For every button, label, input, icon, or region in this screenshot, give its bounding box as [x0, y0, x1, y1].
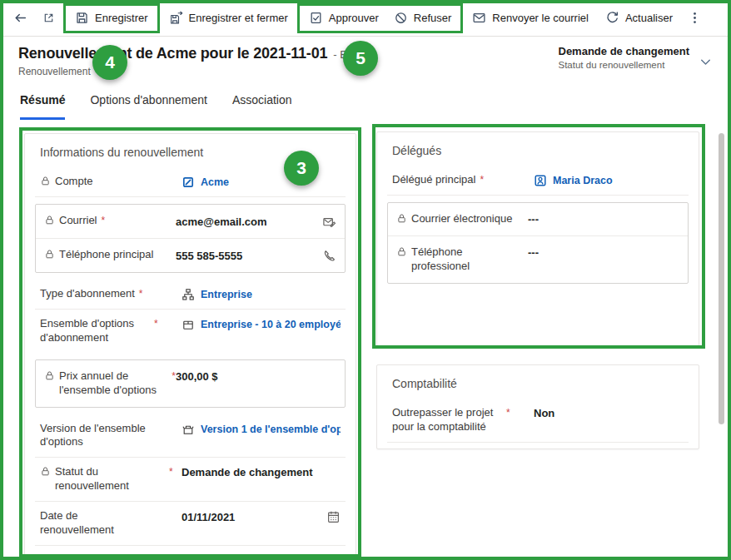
price-field-group: Prix annuel de l'ensemble d'options * 30…: [35, 359, 346, 408]
resend-email-button[interactable]: Renvoyer le courriel: [465, 4, 596, 32]
lock-icon: [396, 246, 407, 257]
field-row-compte: Compte Acme: [35, 167, 346, 197]
renewal-info-section: Informations du renouvellement Compte Ac…: [24, 133, 356, 560]
required-marker: *: [480, 173, 484, 187]
field-value[interactable]: Maria Draco: [534, 173, 684, 187]
field-label: Délégué principal *: [392, 173, 534, 187]
delegate-contact-group: Courrier électronique --- Téléphone prof…: [387, 202, 689, 284]
save-button[interactable]: Enregistrer: [67, 4, 156, 32]
delegate-link[interactable]: Maria Draco: [553, 175, 613, 186]
field-label: Date de renouvellement: [40, 509, 182, 538]
lock-icon: [40, 466, 51, 477]
field-label: Date de rappel: [40, 553, 182, 560]
header-status-field[interactable]: Demande de changement Statut du renouvel…: [559, 45, 690, 70]
lock-icon: [396, 213, 407, 224]
field-label: Ensemble d'options d'abonnement *: [40, 317, 182, 345]
field-row-ensemble-options: Ensemble d'options d'abonnement * Entrep…: [35, 310, 346, 353]
field-value[interactable]: Non: [534, 406, 684, 419]
more-commands-button[interactable]: [682, 5, 709, 32]
section-title-accounting: Comptabilité: [387, 370, 689, 399]
refresh-icon: [605, 11, 619, 25]
delegates-section: Délégués Délégué principal * Maria Draco…: [376, 131, 699, 346]
field-row-telephone-professionel: Téléphone professionel ---: [388, 235, 688, 283]
tab-association[interactable]: Association: [232, 93, 292, 120]
popout-icon: [42, 12, 55, 24]
calendar-icon[interactable]: [326, 510, 341, 524]
field-label: Prix annuel de l'ensemble d'options *: [44, 369, 176, 398]
version-link[interactable]: Version 1 de l'ensemble d'optio...: [201, 424, 341, 435]
field-label: Type d'abonnement *: [40, 287, 182, 301]
field-label: Outrepasser le projet pour la comptabili…: [392, 406, 534, 434]
section-title-delegates: Délégués: [387, 137, 689, 166]
calendar-icon[interactable]: [326, 554, 341, 560]
field-row-courriel: Courriel * acme@email.com: [36, 205, 345, 238]
save-and-close-icon: [169, 11, 183, 25]
refuse-button-label: Refuser: [414, 12, 452, 24]
lock-icon: [40, 176, 51, 186]
required-marker: *: [139, 287, 143, 301]
status-field-label: Statut du renouvellement: [559, 60, 690, 70]
account-link[interactable]: Acme: [201, 176, 229, 188]
section-title-renewal: Informations du renouvellement: [35, 139, 346, 167]
field-row-date-rappel: Date de rappel ---: [35, 546, 346, 560]
save-icon: [75, 11, 89, 25]
resend-email-label: Renvoyer le courriel: [492, 12, 589, 24]
field-value[interactable]: ---: [528, 245, 679, 259]
field-value[interactable]: Demande de changement: [182, 465, 341, 478]
tab-resume[interactable]: Résumé: [20, 93, 65, 120]
vertical-scrollbar-thumb[interactable]: [719, 133, 724, 424]
field-value[interactable]: Version 1 de l'ensemble d'optio...: [182, 422, 341, 436]
required-marker: *: [169, 465, 173, 493]
back-button[interactable]: [7, 5, 33, 32]
field-value[interactable]: ---: [528, 212, 679, 225]
field-label: Téléphone professionel: [396, 245, 528, 274]
field-label: Courriel *: [44, 214, 176, 228]
field-value[interactable]: 300,00 $: [176, 369, 336, 383]
required-marker: *: [102, 214, 106, 228]
save-and-close-button[interactable]: Enregistrer et fermer: [162, 4, 296, 32]
field-value[interactable]: Entreprise - 10 à 20 employés: [182, 317, 341, 331]
approve-button-label: Approuver: [329, 12, 379, 24]
field-label: Version de l'ensemble d'options: [40, 422, 182, 450]
org-chart-icon: [182, 288, 195, 301]
field-value[interactable]: Entreprise: [182, 287, 341, 301]
field-value[interactable]: 555 585-5555: [176, 248, 336, 263]
popout-button[interactable]: [35, 5, 62, 32]
field-row-prix-annuel: Prix annuel de l'ensemble d'options * 30…: [36, 360, 345, 407]
form-tabs: Résumé Options d'abonnement Association: [0, 88, 731, 120]
field-value[interactable]: ---: [182, 553, 341, 560]
mail-icon: [472, 11, 486, 25]
tab-options-abonnement[interactable]: Options d'abonnement: [90, 93, 206, 120]
accounting-section: Comptabilité Outrepasser le projet pour …: [376, 364, 699, 449]
dynamics-renewal-form-window: Enregistrer Enregistrer et fermer Approu…: [0, 0, 731, 560]
refuse-button[interactable]: Refuser: [386, 4, 460, 32]
more-vertical-icon: [688, 11, 702, 25]
field-row-date-renouvellement: Date de renouvellement 01/11/2021: [35, 502, 346, 546]
lock-icon: [44, 370, 55, 381]
subscription-type-link[interactable]: Entreprise: [201, 289, 252, 300]
form-header: Renouvellement de Acme pour le 2021-11-0…: [0, 37, 731, 88]
field-label: Compte: [40, 175, 182, 189]
field-value[interactable]: acme@email.com: [176, 214, 336, 229]
required-marker: *: [154, 317, 158, 345]
field-row-telephone-principal: Téléphone principal 555 585-5555: [36, 238, 345, 272]
field-label: Courrier électronique: [396, 212, 528, 226]
refuse-icon: [394, 11, 408, 25]
field-value[interactable]: Acme: [182, 175, 341, 189]
approve-button[interactable]: Approuver: [301, 4, 386, 32]
field-row-version-ensemble: Version de l'ensemble d'options Version …: [35, 414, 346, 458]
approve-icon: [309, 11, 323, 25]
field-value[interactable]: 01/11/2021: [182, 509, 341, 524]
save-and-close-label: Enregistrer et fermer: [189, 12, 288, 24]
annotation-box-save: Enregistrer: [63, 3, 160, 33]
chevron-down-icon[interactable]: [699, 55, 713, 69]
save-status-text: - Enr: [333, 48, 356, 61]
field-row-outrepasser: Outrepasser le projet pour la comptabili…: [387, 399, 689, 443]
command-bar: Enregistrer Enregistrer et fermer Approu…: [0, 0, 731, 37]
page-title: Renouvellement de Acme pour le 2021-11-0…: [18, 45, 327, 62]
option-set-link[interactable]: Entreprise - 10 à 20 employés: [201, 319, 341, 330]
email-compose-icon[interactable]: [322, 215, 336, 229]
back-arrow-icon: [13, 11, 27, 25]
phone-icon[interactable]: [322, 249, 336, 263]
refresh-button[interactable]: Actualiser: [598, 4, 680, 32]
